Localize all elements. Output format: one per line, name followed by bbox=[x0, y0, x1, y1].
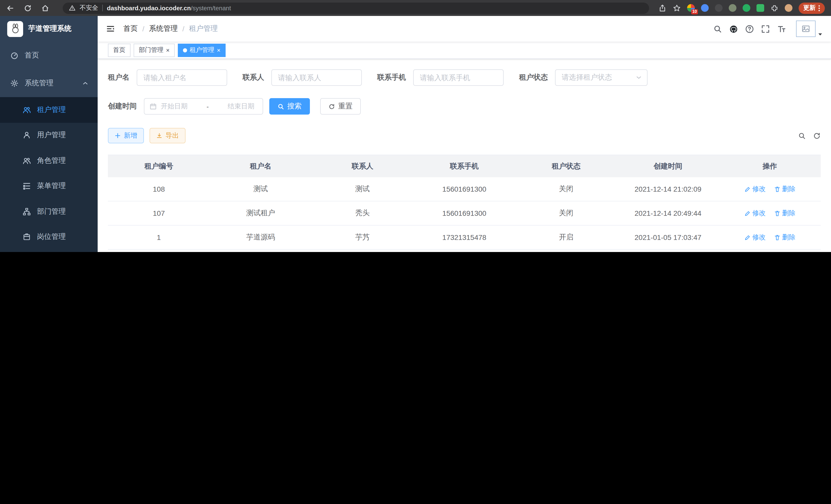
app-logo: 芋道管理系统 bbox=[0, 16, 98, 41]
font-size-icon[interactable] bbox=[777, 24, 786, 33]
page-content: 租户名 联系人 联系手机 租户状态 请选择租户状态 bbox=[98, 59, 831, 252]
table-toolbar: 新增 导出 bbox=[108, 128, 821, 143]
security-label[interactable]: 不安全 bbox=[80, 4, 98, 12]
trash-icon bbox=[774, 234, 781, 241]
browser-toolbar: 不安全 dashboard.yudao.iocoder.cn/system/te… bbox=[0, 0, 831, 16]
delete-link[interactable]: 删除 bbox=[774, 209, 796, 218]
avatar-image-placeholder bbox=[796, 21, 815, 37]
toggle-search-icon[interactable] bbox=[798, 132, 806, 140]
edit-link[interactable]: 修改 bbox=[744, 233, 766, 242]
dashboard-icon bbox=[10, 51, 19, 60]
tenants-icon bbox=[23, 106, 31, 114]
cell-phone: 15601691300 bbox=[413, 209, 515, 217]
cell-name: 芋道源码 bbox=[210, 233, 311, 242]
header-search-icon[interactable] bbox=[713, 24, 722, 33]
table-row: 108 测试 测试 15601691300 关闭 2021-12-14 21:0… bbox=[108, 177, 821, 201]
reset-button[interactable]: 重置 bbox=[320, 98, 361, 115]
date-range-picker[interactable]: 开始日期 - 结束日期 bbox=[144, 98, 263, 115]
col-header: 租户编号 bbox=[108, 161, 210, 171]
share-icon[interactable] bbox=[658, 4, 666, 12]
sidebar-item-post[interactable]: 岗位管理 bbox=[0, 224, 98, 250]
cell-name: 测试 bbox=[210, 184, 311, 194]
extension-icon-blue[interactable] bbox=[701, 4, 709, 12]
phone-input[interactable] bbox=[413, 69, 504, 86]
table-row: 107 测试租户 秃头 15601691300 关闭 2021-12-14 20… bbox=[108, 201, 821, 226]
contact-input[interactable] bbox=[271, 69, 362, 86]
breadcrumb-system[interactable]: 系统管理 bbox=[149, 24, 178, 33]
active-tab-dot bbox=[183, 48, 187, 52]
home-icon[interactable] bbox=[41, 4, 49, 12]
breadcrumb-separator: / bbox=[142, 25, 144, 33]
cell-status: 开启 bbox=[515, 233, 617, 242]
breadcrumb-separator: / bbox=[182, 25, 184, 33]
sidebar-item-user[interactable]: 用户管理 bbox=[0, 122, 98, 148]
cell-created: 2021-12-14 20:49:44 bbox=[617, 209, 719, 217]
close-icon[interactable]: × bbox=[217, 47, 221, 53]
extension-icon-olive[interactable] bbox=[729, 4, 737, 12]
trash-icon bbox=[774, 186, 781, 192]
tab-dept[interactable]: 部门管理× bbox=[134, 43, 175, 57]
breadcrumb-current: 租户管理 bbox=[189, 24, 218, 33]
status-select[interactable]: 请选择租户状态 bbox=[555, 69, 648, 86]
chrome-update-button[interactable]: 更新 bbox=[799, 2, 825, 13]
sidebar: 芋道管理系统 首页 系统管理 租户管理 用户管理 bbox=[0, 16, 98, 252]
pencil-icon bbox=[744, 234, 751, 241]
end-date-placeholder[interactable]: 结束日期 bbox=[228, 102, 254, 111]
refresh-table-icon[interactable] bbox=[813, 132, 821, 140]
cell-id: 107 bbox=[108, 209, 210, 217]
tab-home[interactable]: 首页 bbox=[108, 43, 131, 57]
cell-phone: 15601691300 bbox=[413, 185, 515, 193]
start-date-placeholder[interactable]: 开始日期 bbox=[161, 102, 188, 111]
puzzle-extensions-icon[interactable] bbox=[770, 4, 779, 12]
edit-link[interactable]: 修改 bbox=[744, 184, 766, 194]
sidebar-item-tenant[interactable]: 租户管理 bbox=[0, 97, 98, 122]
plus-icon bbox=[115, 132, 121, 139]
navbar: 首页 / 系统管理 / 租户管理 bbox=[98, 16, 831, 41]
extension-icon-green-square[interactable] bbox=[756, 4, 764, 12]
url-text[interactable]: dashboard.yudao.iocoder.cn/system/tenant bbox=[107, 4, 231, 11]
extension-icon-colorful[interactable]: 10 bbox=[687, 4, 695, 12]
sidebar-item-role[interactable]: 角色管理 bbox=[0, 148, 98, 173]
sidebar-item-menu[interactable]: 菜单管理 bbox=[0, 173, 98, 199]
close-icon[interactable]: × bbox=[166, 47, 170, 53]
sidebar-item-dict[interactable]: 字典管理 bbox=[0, 250, 98, 252]
url-bar[interactable]: 不安全 dashboard.yudao.iocoder.cn/system/te… bbox=[63, 2, 649, 13]
add-button[interactable]: 新增 bbox=[108, 128, 144, 143]
sidebar-item-home[interactable]: 首页 bbox=[0, 41, 98, 69]
fullscreen-icon[interactable] bbox=[761, 24, 770, 33]
status-label: 租户状态 bbox=[519, 73, 548, 82]
table-header-row: 租户编号 租户名 联系人 联系手机 租户状态 创建时间 操作 bbox=[108, 155, 821, 177]
bookmark-star-icon[interactable] bbox=[673, 4, 681, 12]
profile-avatar-icon[interactable] bbox=[785, 4, 793, 12]
tab-tenant[interactable]: 租户管理× bbox=[178, 43, 226, 57]
extension-badge: 10 bbox=[691, 9, 698, 14]
cell-phone: 17321315478 bbox=[413, 233, 515, 241]
edit-link[interactable]: 修改 bbox=[744, 209, 766, 218]
kebab-menu-icon[interactable] bbox=[818, 4, 820, 11]
pencil-icon bbox=[744, 210, 751, 216]
tags-view: 首页 部门管理× 租户管理× bbox=[98, 41, 831, 59]
back-icon[interactable] bbox=[6, 4, 15, 12]
omnibox-divider bbox=[102, 5, 103, 11]
tenant-name-input[interactable] bbox=[137, 69, 227, 86]
cell-contact: 测试 bbox=[312, 184, 413, 194]
range-separator: - bbox=[192, 102, 224, 110]
extension-icon-dark[interactable] bbox=[715, 4, 722, 12]
extension-icon-green-circle[interactable] bbox=[743, 4, 750, 12]
trash-icon bbox=[774, 210, 781, 216]
breadcrumb-home[interactable]: 首页 bbox=[123, 24, 138, 33]
reload-icon[interactable] bbox=[24, 4, 32, 12]
delete-link[interactable]: 删除 bbox=[774, 233, 796, 242]
github-icon[interactable] bbox=[729, 24, 738, 33]
cell-created: 2021-01-05 17:03:47 bbox=[617, 233, 719, 241]
export-button[interactable]: 导出 bbox=[149, 128, 185, 143]
search-button[interactable]: 搜索 bbox=[269, 98, 310, 115]
sidebar-item-system[interactable]: 系统管理 bbox=[0, 69, 98, 97]
help-icon[interactable] bbox=[745, 24, 754, 33]
user-avatar[interactable] bbox=[796, 21, 823, 37]
app-window: 不安全 dashboard.yudao.iocoder.cn/system/te… bbox=[0, 0, 831, 252]
col-header: 联系手机 bbox=[413, 161, 515, 171]
sidebar-fold-icon[interactable] bbox=[106, 24, 115, 33]
sidebar-item-dept[interactable]: 部门管理 bbox=[0, 199, 98, 224]
delete-link[interactable]: 删除 bbox=[774, 184, 796, 194]
